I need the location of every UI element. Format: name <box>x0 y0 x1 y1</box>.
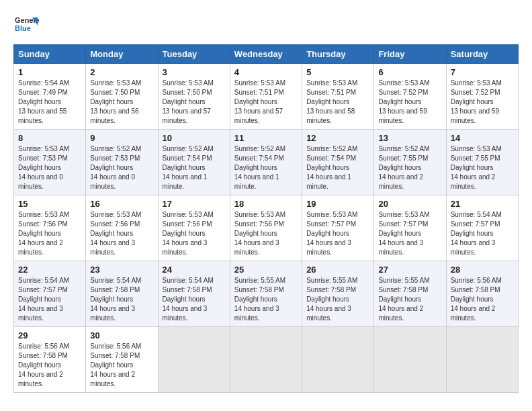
calendar-week-row: 1Sunrise: 5:54 AMSunset: 7:49 PMDaylight… <box>14 64 519 130</box>
weekday-header-tuesday: Tuesday <box>158 45 230 64</box>
calendar-cell <box>446 327 518 393</box>
calendar-cell: 28Sunrise: 5:56 AMSunset: 7:58 PMDayligh… <box>446 261 518 327</box>
calendar-week-row: 8Sunrise: 5:53 AMSunset: 7:53 PMDaylight… <box>14 130 519 195</box>
day-info: Sunrise: 5:53 AMSunset: 7:57 PMDaylight … <box>306 210 369 257</box>
day-info: Sunrise: 5:55 AMSunset: 7:58 PMDaylight … <box>234 276 298 323</box>
calendar-cell: 15Sunrise: 5:53 AMSunset: 7:56 PMDayligh… <box>14 195 86 261</box>
day-info: Sunrise: 5:54 AMSunset: 7:57 PMDaylight … <box>451 210 514 257</box>
day-number: 27 <box>378 265 441 275</box>
day-info: Sunrise: 5:56 AMSunset: 7:58 PMDaylight … <box>90 342 153 389</box>
day-info: Sunrise: 5:53 AMSunset: 7:56 PMDaylight … <box>90 210 153 257</box>
calendar-week-row: 15Sunrise: 5:53 AMSunset: 7:56 PMDayligh… <box>14 195 519 261</box>
day-number: 2 <box>90 67 153 77</box>
calendar-cell: 25Sunrise: 5:55 AMSunset: 7:58 PMDayligh… <box>230 261 302 327</box>
day-info: Sunrise: 5:53 AMSunset: 7:51 PMDaylight … <box>306 79 369 126</box>
logo: General Blue <box>13 12 40 38</box>
day-number: 9 <box>90 133 153 143</box>
page: General Blue SundayMondayTuesdayWednesda… <box>0 0 532 411</box>
weekday-header-row: SundayMondayTuesdayWednesdayThursdayFrid… <box>14 45 519 64</box>
calendar-cell: 22Sunrise: 5:54 AMSunset: 7:57 PMDayligh… <box>14 261 86 327</box>
day-info: Sunrise: 5:54 AMSunset: 7:57 PMDaylight … <box>18 276 81 323</box>
calendar-cell: 13Sunrise: 5:52 AMSunset: 7:55 PMDayligh… <box>374 130 446 195</box>
day-info: Sunrise: 5:52 AMSunset: 7:53 PMDaylight … <box>90 144 153 191</box>
day-number: 12 <box>306 133 369 143</box>
day-number: 8 <box>18 133 81 143</box>
calendar-cell: 12Sunrise: 5:52 AMSunset: 7:54 PMDayligh… <box>302 130 374 195</box>
calendar-cell: 8Sunrise: 5:53 AMSunset: 7:53 PMDaylight… <box>14 130 86 195</box>
calendar-cell: 27Sunrise: 5:55 AMSunset: 7:58 PMDayligh… <box>374 261 446 327</box>
day-info: Sunrise: 5:55 AMSunset: 7:58 PMDaylight … <box>306 276 369 323</box>
day-number: 1 <box>18 67 81 77</box>
weekday-header-saturday: Saturday <box>446 45 518 64</box>
calendar-cell: 3Sunrise: 5:53 AMSunset: 7:50 PMDaylight… <box>158 64 230 130</box>
calendar-cell: 16Sunrise: 5:53 AMSunset: 7:56 PMDayligh… <box>86 195 158 261</box>
calendar-cell: 18Sunrise: 5:53 AMSunset: 7:56 PMDayligh… <box>230 195 302 261</box>
calendar-cell <box>230 327 302 393</box>
calendar-cell: 6Sunrise: 5:53 AMSunset: 7:52 PMDaylight… <box>374 64 446 130</box>
calendar: SundayMondayTuesdayWednesdayThursdayFrid… <box>13 44 519 393</box>
day-number: 11 <box>234 133 298 143</box>
calendar-cell <box>158 327 230 393</box>
day-number: 4 <box>234 67 298 77</box>
calendar-cell: 1Sunrise: 5:54 AMSunset: 7:49 PMDaylight… <box>14 64 86 130</box>
weekday-header-sunday: Sunday <box>14 45 86 64</box>
day-info: Sunrise: 5:53 AMSunset: 7:53 PMDaylight … <box>18 144 81 191</box>
day-info: Sunrise: 5:52 AMSunset: 7:54 PMDaylight … <box>306 144 369 191</box>
day-number: 7 <box>451 67 514 77</box>
day-number: 24 <box>163 265 226 275</box>
day-info: Sunrise: 5:53 AMSunset: 7:55 PMDaylight … <box>451 144 514 191</box>
day-number: 29 <box>18 330 81 340</box>
calendar-cell: 10Sunrise: 5:52 AMSunset: 7:54 PMDayligh… <box>158 130 230 195</box>
day-number: 6 <box>378 67 441 77</box>
calendar-cell: 7Sunrise: 5:53 AMSunset: 7:52 PMDaylight… <box>446 64 518 130</box>
weekday-header-wednesday: Wednesday <box>230 45 302 64</box>
day-info: Sunrise: 5:52 AMSunset: 7:54 PMDaylight … <box>163 144 226 191</box>
day-info: Sunrise: 5:53 AMSunset: 7:50 PMDaylight … <box>163 79 226 126</box>
calendar-cell <box>374 327 446 393</box>
svg-text:Blue: Blue <box>15 24 31 32</box>
day-number: 28 <box>451 265 514 275</box>
day-number: 21 <box>451 199 514 209</box>
calendar-cell: 19Sunrise: 5:53 AMSunset: 7:57 PMDayligh… <box>302 195 374 261</box>
day-info: Sunrise: 5:53 AMSunset: 7:52 PMDaylight … <box>378 79 441 126</box>
day-number: 18 <box>234 199 298 209</box>
weekday-header-monday: Monday <box>86 45 158 64</box>
day-number: 14 <box>451 133 514 143</box>
calendar-cell: 20Sunrise: 5:53 AMSunset: 7:57 PMDayligh… <box>374 195 446 261</box>
day-info: Sunrise: 5:53 AMSunset: 7:56 PMDaylight … <box>234 210 298 257</box>
day-number: 3 <box>163 67 226 77</box>
day-number: 23 <box>90 265 153 275</box>
weekday-header-thursday: Thursday <box>302 45 374 64</box>
calendar-cell: 9Sunrise: 5:52 AMSunset: 7:53 PMDaylight… <box>86 130 158 195</box>
day-info: Sunrise: 5:53 AMSunset: 7:51 PMDaylight … <box>234 79 298 126</box>
calendar-cell: 26Sunrise: 5:55 AMSunset: 7:58 PMDayligh… <box>302 261 374 327</box>
calendar-week-row: 29Sunrise: 5:56 AMSunset: 7:58 PMDayligh… <box>14 327 519 393</box>
calendar-cell: 5Sunrise: 5:53 AMSunset: 7:51 PMDaylight… <box>302 64 374 130</box>
weekday-header-friday: Friday <box>374 45 446 64</box>
calendar-cell: 24Sunrise: 5:54 AMSunset: 7:58 PMDayligh… <box>158 261 230 327</box>
header: General Blue <box>13 12 519 38</box>
calendar-cell <box>302 327 374 393</box>
day-number: 10 <box>163 133 226 143</box>
day-number: 22 <box>18 265 81 275</box>
day-info: Sunrise: 5:53 AMSunset: 7:57 PMDaylight … <box>378 210 441 257</box>
calendar-cell: 30Sunrise: 5:56 AMSunset: 7:58 PMDayligh… <box>86 327 158 393</box>
day-info: Sunrise: 5:53 AMSunset: 7:56 PMDaylight … <box>163 210 226 257</box>
day-number: 30 <box>90 330 153 340</box>
day-info: Sunrise: 5:56 AMSunset: 7:58 PMDaylight … <box>18 342 81 389</box>
day-info: Sunrise: 5:53 AMSunset: 7:56 PMDaylight … <box>18 210 81 257</box>
day-info: Sunrise: 5:54 AMSunset: 7:58 PMDaylight … <box>90 276 153 323</box>
day-info: Sunrise: 5:56 AMSunset: 7:58 PMDaylight … <box>451 276 514 323</box>
day-number: 17 <box>163 199 226 209</box>
day-info: Sunrise: 5:54 AMSunset: 7:49 PMDaylight … <box>18 79 81 126</box>
day-number: 13 <box>378 133 441 143</box>
day-number: 5 <box>306 67 369 77</box>
day-number: 20 <box>378 199 441 209</box>
calendar-cell: 17Sunrise: 5:53 AMSunset: 7:56 PMDayligh… <box>158 195 230 261</box>
day-info: Sunrise: 5:52 AMSunset: 7:55 PMDaylight … <box>378 144 441 191</box>
day-number: 25 <box>234 265 298 275</box>
calendar-cell: 11Sunrise: 5:52 AMSunset: 7:54 PMDayligh… <box>230 130 302 195</box>
day-number: 16 <box>90 199 153 209</box>
day-info: Sunrise: 5:54 AMSunset: 7:58 PMDaylight … <box>163 276 226 323</box>
calendar-cell: 4Sunrise: 5:53 AMSunset: 7:51 PMDaylight… <box>230 64 302 130</box>
